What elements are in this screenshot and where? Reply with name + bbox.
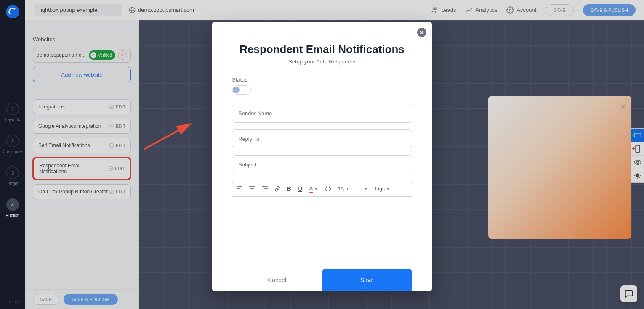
align-left-button[interactable] [237,186,242,191]
subject-input[interactable] [232,155,412,174]
close-icon [420,30,424,34]
reply-to-input[interactable] [232,129,412,148]
chevron-down-icon [314,188,318,190]
tags-select[interactable]: Tags [374,186,390,192]
bold-button[interactable]: B [287,185,291,192]
modal-close-button[interactable] [417,28,426,37]
modal-save-button[interactable]: Save [322,269,412,291]
editor-toolbar: B U A 16px Tags [232,181,412,196]
align-center-icon [249,186,255,191]
modal-title: Respondent Email Notifications [232,43,412,56]
align-left-icon [237,186,242,191]
code-icon [325,186,331,191]
text-color-button[interactable]: A [309,185,317,193]
email-notification-modal: Respondent Email Notifications Setup you… [212,22,432,291]
sender-name-input[interactable] [232,104,412,123]
modal-footer: Cancel Save [212,269,432,291]
modal-backdrop: Respondent Email Notifications Setup you… [0,0,644,309]
align-center-button[interactable] [249,186,255,191]
toggle-state-label: OFF [242,88,249,92]
align-right-button[interactable] [262,186,268,191]
link-button[interactable] [274,186,280,192]
cancel-button[interactable]: Cancel [232,269,322,291]
align-right-icon [262,186,268,191]
editor-body[interactable] [232,196,412,278]
status-label: Status [232,77,412,83]
code-button[interactable] [325,186,331,191]
underline-button[interactable]: U [298,185,302,192]
text-color-icon: A [309,185,313,193]
status-toggle[interactable]: OFF [232,85,251,95]
chevron-down-icon [386,188,390,190]
modal-subtitle: Setup your Auto Responder [232,58,412,65]
fontsize-select[interactable]: 16px [338,186,367,192]
toggle-knob [233,87,240,93]
link-icon [274,186,280,192]
chevron-down-icon [364,188,367,190]
